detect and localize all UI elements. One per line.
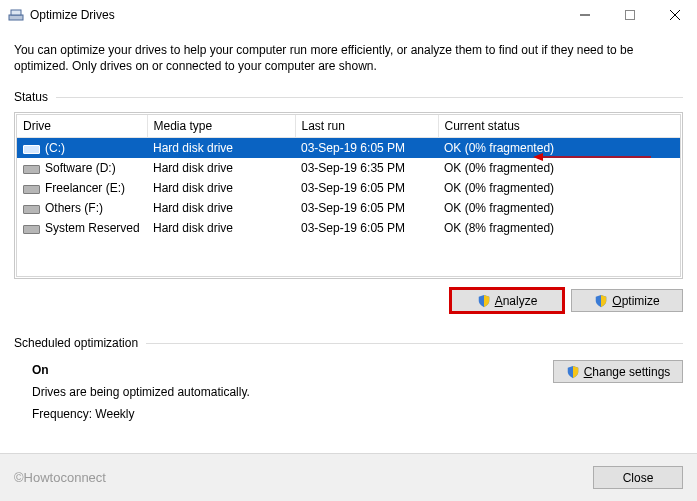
col-drive[interactable]: Drive (17, 115, 147, 138)
table-header-row: Drive Media type Last run Current status (17, 115, 680, 138)
cell-last: 03-Sep-19 6:05 PM (295, 198, 438, 218)
window-title: Optimize Drives (30, 8, 115, 22)
drive-name: Others (F:) (45, 201, 103, 215)
analyze-underline: A (495, 294, 503, 308)
drive-icon (23, 162, 39, 174)
optimize-text: ptimize (622, 294, 660, 308)
cell-status: OK (0% fragmented) (438, 198, 680, 218)
cell-media: Hard disk drive (147, 158, 295, 178)
window-controls (562, 0, 697, 30)
close-window-button[interactable] (652, 0, 697, 30)
status-label: Status (14, 90, 683, 104)
table-empty-area (17, 238, 680, 276)
table-row[interactable]: Freelancer (E:)Hard disk drive03-Sep-19 … (17, 178, 680, 198)
cell-media: Hard disk drive (147, 138, 295, 159)
change-text: hange settings (592, 365, 670, 379)
svg-rect-1 (11, 10, 21, 15)
cell-status: OK (0% fragmented) (438, 158, 680, 178)
drive-icon (23, 142, 39, 154)
drive-icon (23, 222, 39, 234)
close-text: Close (623, 471, 654, 485)
status-label-text: Status (14, 90, 48, 104)
cell-media: Hard disk drive (147, 178, 295, 198)
cell-last: 03-Sep-19 6:05 PM (295, 218, 438, 238)
analyze-text: nalyze (503, 294, 538, 308)
drive-name: Software (D:) (45, 161, 116, 175)
change-settings-button[interactable]: Change settings (553, 360, 683, 383)
cell-last: 03-Sep-19 6:05 PM (295, 138, 438, 159)
footer: ©Howtoconnect Close (0, 453, 697, 501)
divider (146, 343, 683, 344)
svg-rect-0 (9, 15, 23, 20)
cell-status: OK (8% fragmented) (438, 218, 680, 238)
drive-name: System Reserved (45, 221, 140, 235)
cell-media: Hard disk drive (147, 218, 295, 238)
table-row[interactable]: System ReservedHard disk drive03-Sep-19 … (17, 218, 680, 238)
close-button[interactable]: Close (593, 466, 683, 489)
cell-status: OK (0% fragmented) (438, 138, 680, 159)
watermark: ©Howtoconnect (14, 470, 106, 485)
cell-media: Hard disk drive (147, 198, 295, 218)
minimize-button[interactable] (562, 0, 607, 30)
titlebar: Optimize Drives (0, 0, 697, 30)
col-last[interactable]: Last run (295, 115, 438, 138)
table-row[interactable]: (C:)Hard disk drive03-Sep-19 6:05 PMOK (… (17, 138, 680, 159)
col-media[interactable]: Media type (147, 115, 295, 138)
cell-last: 03-Sep-19 6:35 PM (295, 158, 438, 178)
app-icon (8, 7, 24, 23)
drive-name: Freelancer (E:) (45, 181, 125, 195)
shield-icon (566, 365, 580, 379)
drive-name: (C:) (45, 141, 65, 155)
analyze-button[interactable]: Analyze (451, 289, 563, 312)
sched-on: On (32, 360, 250, 382)
sched-info: On Drives are being optimized automatica… (14, 360, 250, 425)
action-buttons: Analyze Optimize (14, 289, 683, 312)
drive-icon (23, 202, 39, 214)
maximize-button[interactable] (607, 0, 652, 30)
sched-desc: Drives are being optimized automatically… (32, 382, 250, 404)
table-row[interactable]: Others (F:)Hard disk drive03-Sep-19 6:05… (17, 198, 680, 218)
drives-table[interactable]: Drive Media type Last run Current status… (17, 115, 680, 238)
col-status[interactable]: Current status (438, 115, 680, 138)
drives-table-container: Drive Media type Last run Current status… (14, 112, 683, 279)
shield-icon (477, 294, 491, 308)
sched-freq: Frequency: Weekly (32, 404, 250, 426)
drive-icon (23, 182, 39, 194)
table-row[interactable]: Software (D:)Hard disk drive03-Sep-19 6:… (17, 158, 680, 178)
svg-rect-3 (625, 11, 634, 20)
sched-label: Scheduled optimization (14, 336, 683, 350)
divider (56, 97, 683, 98)
optimize-button[interactable]: Optimize (571, 289, 683, 312)
sched-label-text: Scheduled optimization (14, 336, 138, 350)
cell-status: OK (0% fragmented) (438, 178, 680, 198)
cell-last: 03-Sep-19 6:05 PM (295, 178, 438, 198)
shield-icon (594, 294, 608, 308)
change-underline: C (584, 365, 593, 379)
optimize-underline: O (612, 294, 621, 308)
intro-text: You can optimize your drives to help you… (14, 42, 683, 74)
